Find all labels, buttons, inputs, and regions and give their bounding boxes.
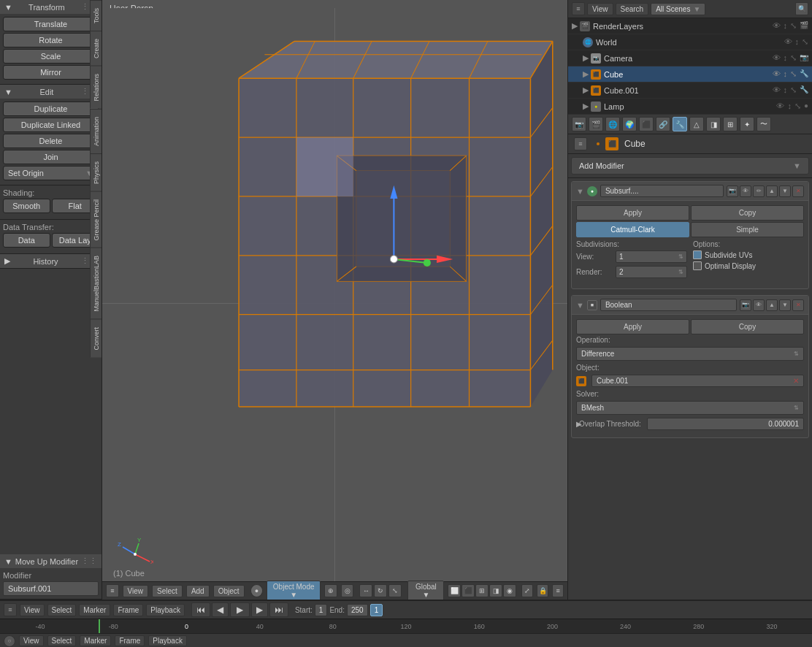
subsurf-collapse[interactable]: ▼ [576, 187, 584, 196]
duplicate-linked-button[interactable]: Duplicate Linked [3, 118, 99, 132]
viewport-select-menu[interactable]: Select [152, 585, 183, 597]
outliner-item-renderlayers[interactable]: ▶ 🎬 RenderLayers 👁 ↕ ⤡ 🎬 [568, 18, 812, 34]
rotate-icon[interactable]: ↻ [374, 584, 387, 597]
viewport-menu-icon[interactable]: ≡ [106, 584, 119, 597]
global-select[interactable]: Global ▼ [407, 581, 444, 600]
prop-icon-data[interactable]: △ [689, 117, 704, 131]
lamp-cam[interactable]: ↕ [787, 102, 792, 111]
translate-button[interactable]: Translate [3, 17, 99, 31]
outliner-item-cube001[interactable]: ▶ ⬛ Cube.001 👁 ↕ ⤡ 🔧 [568, 83, 812, 99]
translate-icon[interactable]: ↔ [359, 584, 372, 597]
add-modifier-button[interactable]: Add Modifier ▼ [571, 157, 809, 175]
subsurf-copy-button[interactable]: Copy [691, 205, 804, 221]
subsurf-apply-button[interactable]: Apply [576, 205, 689, 221]
simple-tab[interactable]: Simple [691, 222, 804, 237]
outliner-item-cube[interactable]: ▶ ⬛ Cube 👁 ↕ ⤡ 🔧 [568, 66, 812, 83]
outliner-item-lamp[interactable]: ▶ ● Lamp 👁 ↕ ⤡ ● [568, 99, 812, 115]
cube-eye[interactable]: 👁 [773, 69, 781, 79]
boolean-vis-icon[interactable]: ■ [587, 300, 597, 310]
maximize-icon[interactable]: ⤢ [521, 584, 533, 597]
move-up-header[interactable]: ▼ Move Up Modifier ⋮⋮ [0, 554, 102, 568]
world-eye[interactable]: 👁 [784, 37, 792, 47]
cube001-eye[interactable]: 👁 [773, 85, 781, 95]
boolean-up-icon[interactable]: ▲ [766, 299, 778, 311]
lamp-eye[interactable]: 👁 [776, 102, 784, 111]
end-frame-field[interactable]: 250 [347, 604, 368, 616]
cube-cam[interactable]: ↕ [784, 69, 788, 79]
prop-icon-world[interactable]: 🌍 [622, 117, 637, 131]
subsurf-up-icon[interactable]: ▲ [766, 185, 778, 197]
camera-cam[interactable]: ↕ [784, 53, 788, 63]
catmull-clark-tab[interactable]: Catmull-Clark [576, 222, 689, 237]
relations-tab[interactable]: Relations [90, 66, 102, 109]
viewport-circle-btn[interactable]: ● [250, 584, 264, 597]
timeline-view-menu[interactable]: View [20, 604, 45, 616]
status-icon[interactable]: ○ [4, 635, 15, 647]
boolean-delete-icon[interactable]: ✕ [792, 299, 804, 311]
boolean-down-icon[interactable]: ▼ [779, 299, 791, 311]
join-button[interactable]: Join [3, 150, 99, 164]
edit-header[interactable]: ▼ Edit ⋮⋮ [0, 85, 102, 99]
prop-icon-camera[interactable]: 📷 [572, 117, 586, 131]
subsurf-edit-icon[interactable]: ✏ [753, 185, 765, 197]
scene-selector[interactable]: All Scenes ▼ [651, 3, 705, 15]
optimal-display-checkbox[interactable] [693, 261, 702, 270]
status-select-btn[interactable]: Select [47, 635, 77, 646]
subsurf-down-icon[interactable]: ▼ [779, 185, 791, 197]
boolean-name-input[interactable]: Boolean [600, 299, 737, 311]
prop-icon-object[interactable]: ⬛ [639, 117, 654, 131]
status-marker-btn[interactable]: Marker [80, 635, 111, 646]
viewport-view-menu[interactable]: View [123, 585, 149, 597]
current-frame-field[interactable]: 1 [370, 604, 383, 616]
prop-icon-physics[interactable]: 〜 [757, 117, 771, 131]
status-playback-btn[interactable]: Playback [148, 635, 187, 646]
next-frame-btn[interactable]: ▶ [251, 602, 268, 617]
render-value-field[interactable]: 2 ⇅ [616, 266, 687, 278]
scale-icon[interactable]: ⤡ [388, 584, 402, 597]
boolean-camera-icon[interactable]: 📷 [740, 299, 751, 311]
lamp-extra[interactable]: ⤡ [794, 102, 801, 111]
play-btn[interactable]: ▶ [230, 602, 250, 617]
animation-tab[interactable]: Animation [90, 109, 102, 153]
subsurf-name-input[interactable]: Subsurf.... [600, 185, 724, 197]
subsurf-vis-icon[interactable]: ● [587, 186, 597, 196]
wireframe-icon[interactable]: ⬜ [448, 584, 461, 597]
solver-select[interactable]: BMesh ⇅ [576, 401, 804, 415]
timeline-frame-menu[interactable]: Frame [113, 604, 143, 616]
modifier-name-input[interactable] [3, 581, 99, 596]
outliner-menu-icon[interactable]: ≡ [572, 2, 585, 15]
jump-to-end-btn[interactable]: ⏭ [269, 602, 288, 617]
prop-icon-modifier[interactable]: 🔧 [673, 117, 687, 131]
operation-select[interactable]: Difference ⇅ [576, 347, 804, 361]
proportional-edit-icon[interactable]: ◎ [341, 584, 354, 597]
camera-lock-icon[interactable]: 🔒 [537, 584, 548, 597]
subsurf-eye-icon[interactable]: 👁 [740, 185, 751, 197]
solid-icon[interactable]: ⬛ [461, 584, 475, 597]
duplicate-button[interactable]: Duplicate [3, 102, 99, 116]
history-header[interactable]: ▶ History ⋮⋮ [0, 254, 102, 268]
timeline-menu-icon[interactable]: ≡ [4, 603, 17, 616]
boolean-apply-button[interactable]: Apply [576, 319, 689, 334]
object-value-field[interactable]: Cube.001 ✕ [591, 375, 804, 387]
search-icon[interactable]: 🔍 [795, 2, 808, 15]
view-value-field[interactable]: 1 ⇅ [616, 250, 687, 263]
data-button[interactable]: Data [3, 233, 50, 248]
smooth-button[interactable]: Smooth [3, 199, 50, 213]
texture-icon[interactable]: ⊞ [475, 584, 489, 597]
scale-button[interactable]: Scale [3, 49, 99, 64]
physics-tab[interactable]: Physics [90, 153, 102, 191]
prop-icon-scene[interactable]: 🌐 [605, 117, 620, 131]
start-frame-field[interactable]: 1 [315, 604, 328, 616]
outliner-item-camera[interactable]: ▶ 📷 Camera 👁 ↕ ⤡ 📷 [568, 50, 812, 66]
object-mode-select[interactable]: Object Mode ▼ [267, 581, 321, 600]
material-icon[interactable]: ◨ [489, 584, 502, 597]
jump-to-start-btn[interactable]: ⏮ [191, 602, 210, 617]
grease-pencil-tab[interactable]: Grease Pencil [90, 191, 102, 248]
subsurf-camera-icon[interactable]: 📷 [727, 185, 738, 197]
renderlayers-camera[interactable]: ↕ [784, 21, 788, 31]
camera-eye[interactable]: 👁 [773, 53, 781, 63]
manuel-bastion-lab-tab[interactable]: ManuelBastionLAB [90, 248, 102, 319]
prop-panel-menu[interactable]: ≡ [574, 137, 587, 150]
set-origin-select[interactable]: Set Origin ▼ [3, 166, 99, 180]
boolean-collapse[interactable]: ▼ [576, 301, 584, 310]
